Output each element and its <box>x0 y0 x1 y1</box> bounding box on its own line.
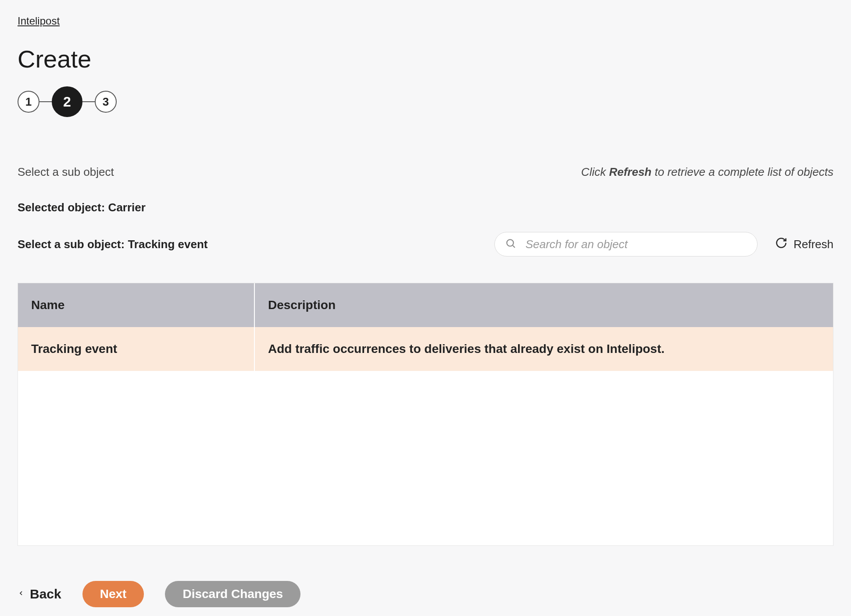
search-input[interactable] <box>494 232 758 256</box>
svg-line-1 <box>513 246 515 248</box>
footer-actions: Back Next Discard Changes <box>18 581 833 607</box>
column-header-name[interactable]: Name <box>18 283 255 327</box>
search-icon <box>505 238 516 251</box>
select-sub-object-label: Select a sub object <box>18 165 114 179</box>
step-2[interactable]: 2 <box>52 86 82 117</box>
objects-table: Name Description Tracking event Add traf… <box>18 283 833 546</box>
select-sub-object-value-label: Select a sub object: Tracking event <box>18 238 207 251</box>
table-header-row: Name Description <box>18 283 833 327</box>
step-line <box>82 101 95 102</box>
refresh-icon <box>775 237 787 252</box>
back-label: Back <box>30 587 61 602</box>
step-3[interactable]: 3 <box>95 91 117 113</box>
discard-changes-button[interactable]: Discard Changes <box>165 581 300 607</box>
back-button[interactable]: Back <box>18 587 61 602</box>
column-header-description[interactable]: Description <box>255 283 833 327</box>
cell-name: Tracking event <box>18 327 255 371</box>
hint-suffix: to retrieve a complete list of objects <box>651 165 833 178</box>
breadcrumb[interactable]: Intelipost <box>18 15 60 27</box>
table-row[interactable]: Tracking event Add traffic occurrences t… <box>18 327 833 371</box>
hint-prefix: Click <box>581 165 609 178</box>
hint-bold: Refresh <box>609 165 651 178</box>
stepper: 1 2 3 <box>18 86 833 117</box>
refresh-label: Refresh <box>794 238 833 251</box>
step-line <box>39 101 52 102</box>
svg-point-0 <box>507 239 513 246</box>
step-1[interactable]: 1 <box>18 91 39 113</box>
next-button[interactable]: Next <box>82 581 144 607</box>
chevron-left-icon <box>18 587 25 602</box>
refresh-hint: Click Refresh to retrieve a complete lis… <box>581 165 833 179</box>
selected-object-label: Selected object: Carrier <box>18 201 833 214</box>
search-box <box>494 232 758 256</box>
cell-description: Add traffic occurrences to deliveries th… <box>255 327 833 371</box>
refresh-button[interactable]: Refresh <box>775 237 833 252</box>
page-title: Create <box>18 45 833 73</box>
